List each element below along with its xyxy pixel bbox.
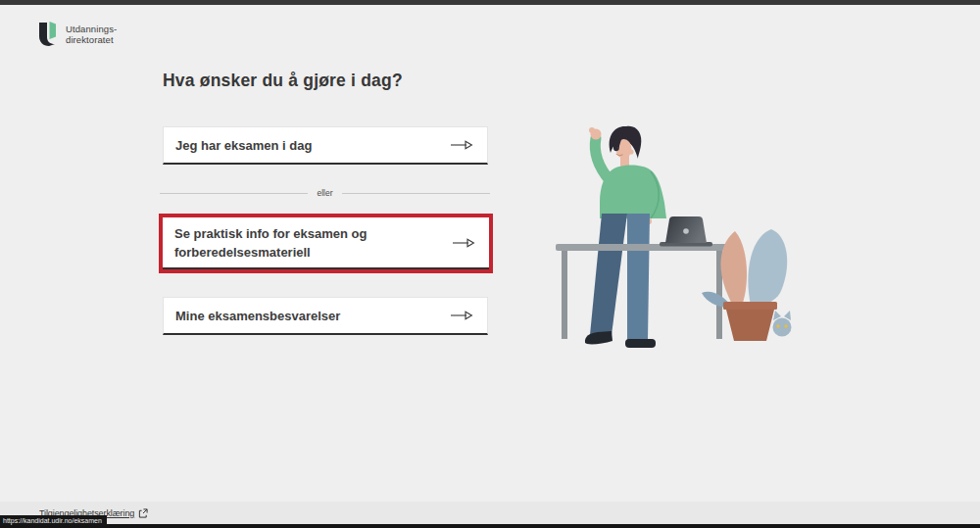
divider-line-left [160,193,308,194]
option-button-my-answers[interactable]: Mine eksamensbesvarelser [163,297,488,335]
external-link-icon [138,508,148,518]
option-label: Jeg har eksamen i dag [175,136,312,155]
cat [773,311,792,337]
page-title: Hva ønsker du å gjøre i dag? [163,71,403,91]
status-url-tooltip: https://kandidat.udir.no/eksamen [0,515,107,526]
divider-line-right [342,193,490,194]
laptop [660,216,712,247]
option-label: Se praktisk info for eksamen og forbered… [174,224,424,262]
highlight-annotation-box: Se praktisk info for eksamen og forbered… [159,214,493,273]
person-figure [585,126,666,348]
or-divider: eller [160,186,490,200]
arrow-right-icon [450,140,473,150]
udir-logo[interactable]: Utdannings- direktoratet [37,21,117,48]
arrow-right-icon [452,238,475,248]
option-button-exam-today[interactable]: Jeg har eksamen i dag [163,126,488,165]
arrow-right-icon [450,311,473,320]
illustration-person-waving [549,108,823,353]
udir-logo-text: Utdannings- direktoratet [66,24,117,45]
logo-line-1: Utdannings- [66,24,117,34]
letterbox-bottom [0,524,980,528]
option-label: Mine eksamensbesvarelser [175,307,340,325]
option-button-practical-info[interactable]: Se praktisk info for eksamen og forbered… [163,217,489,269]
udir-logo-icon [37,21,59,48]
letterbox-top [0,0,980,5]
divider-label: eller [317,188,332,198]
app-canvas: Utdannings- direktoratet Hva ønsker du å… [0,0,980,528]
logo-line-2: direktoratet [66,34,117,45]
